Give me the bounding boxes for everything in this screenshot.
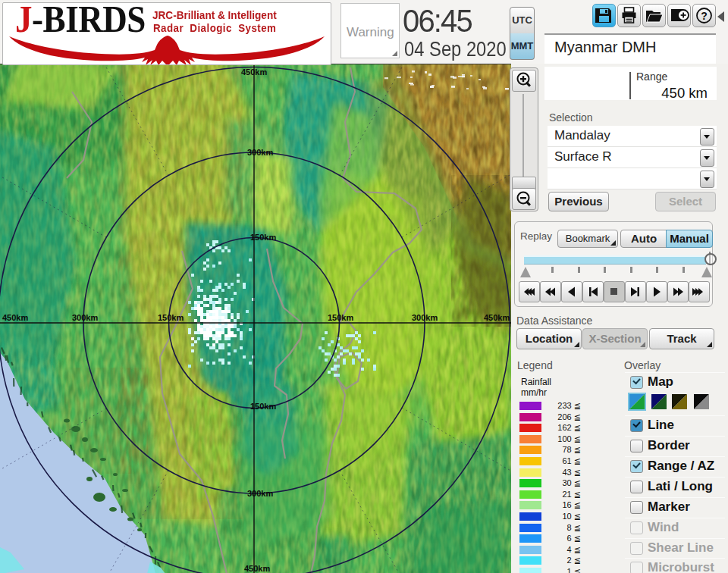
svg-text:150km: 150km	[250, 233, 276, 242]
svg-text:300km: 300km	[412, 313, 438, 322]
svg-text:300km: 300km	[247, 489, 273, 498]
svg-text:150km: 150km	[250, 402, 276, 411]
svg-text:300km: 300km	[247, 148, 273, 157]
svg-text:450km: 450km	[484, 313, 510, 322]
svg-text:450km: 450km	[244, 564, 270, 573]
svg-text:300km: 300km	[72, 313, 98, 322]
svg-text:450km: 450km	[241, 67, 267, 77]
svg-text:450km: 450km	[2, 313, 28, 322]
svg-text:150km: 150km	[328, 313, 353, 322]
svg-text:150km: 150km	[158, 313, 184, 322]
svg-text:?: ?	[701, 10, 708, 22]
